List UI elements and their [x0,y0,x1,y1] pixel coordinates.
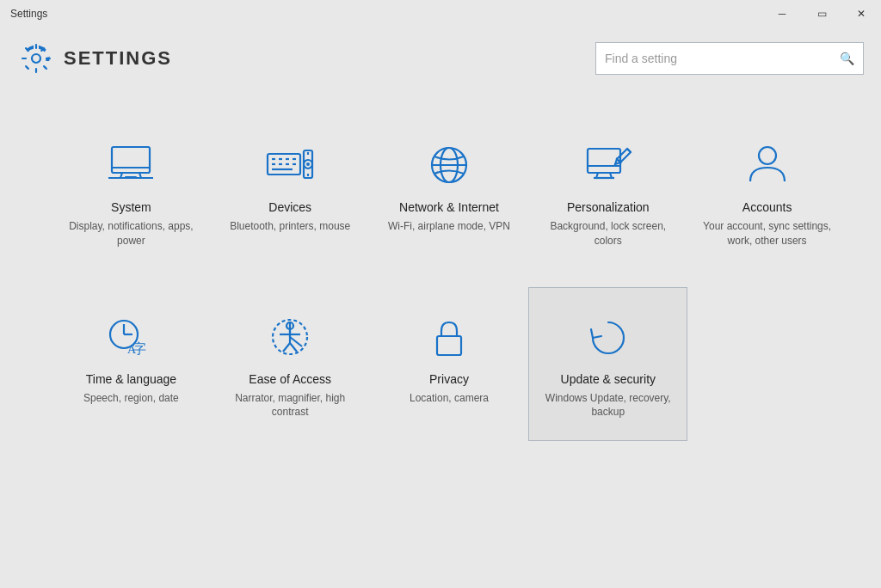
svg-rect-3 [125,176,137,179]
settings-grid: System Display, notifications, apps, pow… [52,115,847,441]
setting-system[interactable]: System Display, notifications, apps, pow… [52,115,211,270]
search-icon: 🔍 [840,52,854,65]
minimize-button[interactable]: ─ [762,0,802,28]
accounts-desc: Your account, sync settings, work, other… [697,219,837,248]
devices-icon [264,142,316,188]
setting-personalization[interactable]: Personalization Background, lock screen,… [528,115,687,270]
update-desc: Windows Update, recovery, backup [538,391,678,420]
search-input[interactable] [605,52,840,65]
ease-icon [264,314,316,360]
accounts-name: Accounts [742,200,792,214]
ease-name: Ease of Access [249,372,331,386]
search-box[interactable]: 🔍 [595,42,864,75]
setting-network[interactable]: Network & Internet Wi-Fi, airplane mode,… [370,115,529,270]
setting-time[interactable]: 字 A Time & language Speech, region, date [52,287,211,442]
network-desc: Wi-Fi, airplane mode, VPN [388,219,510,234]
time-desc: Speech, region, date [83,391,179,406]
titlebar-title: Settings [10,8,47,20]
svg-text:A: A [127,343,137,356]
setting-update[interactable]: Update & security Windows Update, recove… [528,287,687,442]
titlebar: Settings ─ ▭ ✕ [0,0,881,28]
privacy-desc: Location, camera [410,391,489,406]
svg-line-27 [627,149,631,152]
svg-line-39 [290,343,297,352]
close-button[interactable]: ✕ [841,0,881,28]
svg-rect-40 [437,336,461,355]
ease-desc: Narrator, magnifier, high contrast [220,391,360,420]
setting-accounts[interactable]: Accounts Your account, sync settings, wo… [687,115,847,270]
accounts-icon [742,142,793,188]
personalization-desc: Background, lock screen, colors [538,219,678,248]
setting-ease[interactable]: Ease of Access Narrator, magnifier, high… [211,287,370,442]
system-icon [105,142,157,188]
update-icon [582,314,634,360]
privacy-icon [423,314,475,360]
header-left: SETTINGS [21,43,172,74]
network-name: Network & Internet [399,200,499,214]
svg-point-28 [759,147,776,164]
personalization-icon [582,142,634,188]
time-name: Time & language [86,372,176,386]
setting-devices[interactable]: Devices Bluetooth, printers, mouse [211,115,370,270]
devices-name: Devices [268,200,311,214]
settings-main: System Display, notifications, apps, pow… [0,89,881,458]
header: SETTINGS 🔍 [0,28,881,89]
settings-gear-icon [21,43,52,74]
network-icon [423,142,475,188]
titlebar-controls: ─ ▭ ✕ [762,0,881,28]
privacy-name: Privacy [429,372,469,386]
svg-rect-1 [112,147,150,173]
maximize-button[interactable]: ▭ [802,0,841,28]
svg-point-0 [32,54,40,63]
system-name: System [111,200,151,214]
header-title: SETTINGS [64,47,172,70]
time-icon: 字 A [105,314,157,360]
personalization-name: Personalization [567,200,650,214]
svg-point-16 [306,162,310,166]
system-desc: Display, notifications, apps, power [61,219,201,248]
svg-line-38 [283,343,290,352]
setting-privacy[interactable]: Privacy Location, camera [370,287,529,442]
devices-desc: Bluetooth, printers, mouse [230,219,350,234]
update-name: Update & security [561,372,656,386]
empty-cell [687,287,847,442]
